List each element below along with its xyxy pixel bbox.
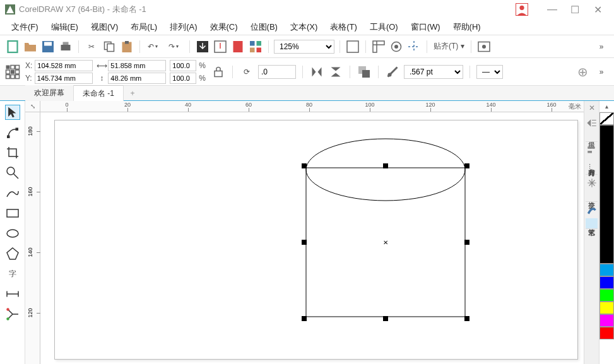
menu-bitmap[interactable]: 位图(B): [244, 19, 284, 35]
add-preset-button[interactable]: ⊕: [575, 64, 590, 79]
shape-tool[interactable]: [5, 125, 20, 140]
handle-ne[interactable]: [464, 163, 469, 168]
hints-icon[interactable]: [586, 117, 598, 129]
menu-arrange[interactable]: 排列(A): [163, 19, 203, 35]
mirror-v-button[interactable]: [328, 64, 343, 79]
ruler-origin[interactable]: ⤡: [25, 101, 40, 112]
toolbar-overflow-button[interactable]: »: [594, 39, 609, 54]
object-origin-button[interactable]: [5, 64, 20, 79]
copy-button[interactable]: [102, 39, 117, 54]
menu-effects[interactable]: 效果(C): [204, 19, 244, 35]
show-rulers-button[interactable]: [371, 39, 386, 54]
open-button[interactable]: [23, 39, 38, 54]
scale-x-input[interactable]: [170, 60, 196, 71]
swatch-blue[interactable]: [599, 276, 614, 289]
menu-edit[interactable]: 编辑(E): [45, 19, 85, 35]
show-guides-button[interactable]: [406, 39, 422, 54]
width-input[interactable]: [108, 60, 166, 71]
tab-add-button[interactable]: +: [126, 87, 139, 100]
dimension-tool[interactable]: [5, 286, 20, 302]
menu-table[interactable]: 表格(T): [324, 19, 363, 35]
vertical-ruler[interactable]: 180160140120: [25, 112, 40, 364]
redo-button[interactable]: ↷▾: [163, 39, 184, 54]
horizontal-ruler[interactable]: 毫米 020406080100120140160: [40, 101, 584, 112]
swatch-none[interactable]: [599, 112, 614, 125]
height-input[interactable]: [108, 73, 166, 84]
menu-view[interactable]: 视图(V): [85, 19, 124, 35]
handle-s[interactable]: [383, 316, 388, 321]
new-button[interactable]: [5, 39, 20, 54]
minimize-button[interactable]: —: [541, 1, 564, 18]
swatch-red[interactable]: [599, 327, 614, 339]
paste-button[interactable]: [119, 39, 134, 54]
publish-pdf-button[interactable]: [230, 39, 245, 54]
menu-layout[interactable]: 布局(L): [124, 19, 163, 35]
close-button[interactable]: ✕: [586, 1, 609, 18]
app-launcher-button[interactable]: [248, 39, 263, 54]
menu-tools[interactable]: 工具(O): [363, 19, 404, 35]
connector-tool[interactable]: [5, 307, 20, 322]
swatch-cyan[interactable]: [599, 264, 614, 276]
rectangle-tool[interactable]: [5, 206, 20, 221]
text-tool[interactable]: 字: [5, 266, 20, 281]
scale-y-input[interactable]: [170, 73, 196, 84]
rotation-input[interactable]: [258, 65, 296, 79]
transform-icon[interactable]: [586, 177, 598, 189]
snap-button[interactable]: 贴齐(T) ▾: [432, 41, 466, 52]
docker-tab-artistic[interactable]: 艺术笔: [586, 218, 598, 229]
zoom-tool[interactable]: [5, 165, 20, 180]
export-button[interactable]: [213, 39, 228, 54]
x-position-input[interactable]: [35, 60, 93, 71]
undo-button[interactable]: ↶▾: [145, 39, 160, 54]
crop-tool[interactable]: [5, 145, 20, 160]
show-grid-button[interactable]: [389, 39, 404, 54]
pick-tool[interactable]: [5, 105, 20, 120]
polygon-tool[interactable]: [5, 246, 20, 261]
print-button[interactable]: [58, 39, 73, 54]
cut-button[interactable]: ✂: [84, 39, 99, 54]
swatch-magenta[interactable]: [599, 314, 614, 327]
maximize-button[interactable]: ☐: [564, 1, 586, 18]
menu-file[interactable]: 文件(F): [5, 19, 45, 35]
ellipse-tool[interactable]: [5, 226, 20, 241]
outline-width-select[interactable]: .567 pt: [404, 65, 463, 79]
separator: [189, 40, 190, 53]
line-style-select[interactable]: —: [476, 65, 503, 79]
handle-nw[interactable]: [302, 163, 307, 168]
swatch-yellow[interactable]: [599, 302, 614, 314]
align-icon[interactable]: [586, 144, 598, 156]
menu-help[interactable]: 帮助(H): [447, 19, 487, 35]
object-center[interactable]: ✕: [383, 239, 388, 246]
handle-w[interactable]: [302, 240, 307, 245]
docker-tab-align[interactable]: 对齐与分布...: [586, 158, 598, 175]
propbar-overflow-button[interactable]: »: [594, 64, 609, 79]
fullscreen-button[interactable]: [345, 39, 360, 54]
docker-tab-hints[interactable]: 提示: [586, 131, 598, 142]
save-button[interactable]: [40, 39, 56, 54]
lock-ratio-button[interactable]: [211, 64, 226, 79]
handle-se[interactable]: [464, 316, 469, 321]
mirror-h-button[interactable]: [309, 64, 324, 79]
import-button[interactable]: [195, 39, 210, 54]
tab-document-1[interactable]: 未命名 -1: [74, 85, 124, 102]
artistic-icon[interactable]: [586, 204, 598, 216]
y-position-input[interactable]: [35, 73, 93, 84]
freehand-tool[interactable]: [5, 185, 20, 201]
swatch-black[interactable]: [599, 125, 614, 264]
handle-n[interactable]: [383, 163, 388, 168]
canvas[interactable]: ✕: [40, 112, 584, 364]
options-button[interactable]: [476, 39, 492, 54]
order-button[interactable]: [357, 64, 372, 79]
menu-text[interactable]: 文本(X): [284, 19, 324, 35]
docker-close-button[interactable]: ✕: [586, 101, 598, 115]
handle-sw[interactable]: [302, 316, 307, 321]
tab-welcome[interactable]: 欢迎屏幕: [25, 85, 74, 101]
ruler-h-tick-label: 80: [306, 102, 312, 108]
user-avatar[interactable]: [516, 3, 528, 16]
docker-tab-transform[interactable]: 变换: [586, 191, 598, 202]
menu-window[interactable]: 窗口(W): [404, 19, 447, 35]
handle-e[interactable]: [464, 240, 469, 245]
palette-up-button[interactable]: ▴: [599, 101, 614, 112]
swatch-green[interactable]: [599, 289, 614, 302]
zoom-select[interactable]: 125%: [274, 40, 334, 54]
